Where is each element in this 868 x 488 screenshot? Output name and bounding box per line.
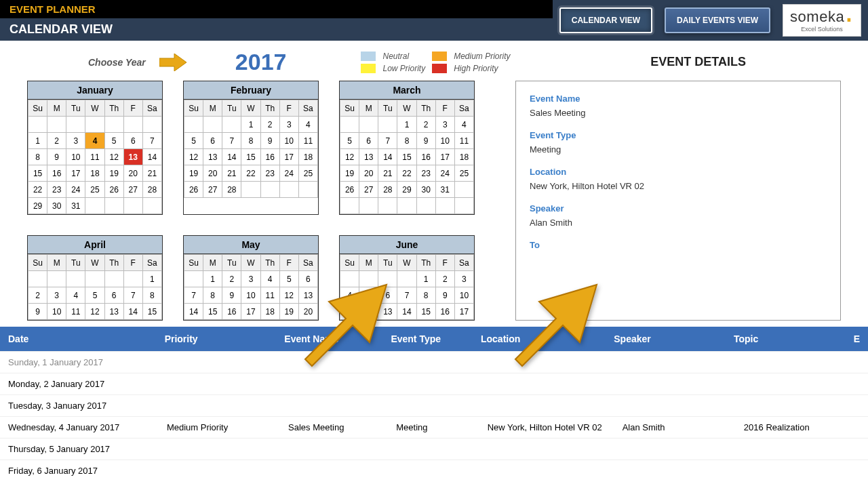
calendar-day[interactable]: 18 bbox=[298, 149, 317, 165]
calendar-day[interactable]: 14 bbox=[123, 304, 142, 320]
calendar-day[interactable]: 15 bbox=[28, 165, 47, 182]
calendar-day[interactable]: 13 bbox=[104, 304, 123, 320]
calendar-day[interactable]: 1 bbox=[203, 271, 222, 287]
calendar-day[interactable]: 12 bbox=[104, 149, 123, 165]
calendar-day[interactable]: 30 bbox=[416, 182, 435, 198]
calendar-day[interactable]: 24 bbox=[66, 182, 85, 198]
calendar-day[interactable]: 21 bbox=[378, 165, 397, 182]
calendar-day[interactable]: 11 bbox=[66, 304, 85, 320]
calendar-day[interactable]: 15 bbox=[203, 304, 222, 320]
calendar-day[interactable]: 7 bbox=[142, 133, 161, 149]
calendar-day[interactable]: 2 bbox=[260, 117, 279, 133]
calendar-day[interactable]: 16 bbox=[260, 149, 279, 165]
calendar-day[interactable]: 22 bbox=[397, 165, 416, 182]
calendar-day[interactable]: 4 bbox=[85, 133, 104, 149]
calendar-day[interactable]: 13 bbox=[203, 149, 222, 165]
calendar-day[interactable]: 2 bbox=[47, 133, 66, 149]
calendar-day[interactable]: 20 bbox=[359, 165, 378, 182]
table-row[interactable]: Thursday, 5 January 2017 bbox=[0, 438, 868, 460]
calendar-day[interactable]: 11 bbox=[454, 133, 473, 149]
calendar-day[interactable]: 18 bbox=[260, 304, 279, 320]
calendar-day[interactable]: 22 bbox=[241, 165, 260, 182]
calendar-day[interactable]: 10 bbox=[47, 304, 66, 320]
calendar-february[interactable]: FebruarySuMTuWThFSa123456789101112131415… bbox=[183, 81, 319, 215]
calendar-day[interactable]: 25 bbox=[298, 165, 317, 182]
calendar-day[interactable]: 9 bbox=[260, 133, 279, 149]
calendar-day[interactable]: 1 bbox=[28, 133, 47, 149]
calendar-day[interactable]: 6 bbox=[359, 133, 378, 149]
calendar-day[interactable]: 30 bbox=[47, 198, 66, 214]
calendar-april[interactable]: AprilSuMTuWThFSa123456789101112131415 bbox=[27, 235, 163, 321]
calendar-day[interactable]: 26 bbox=[184, 182, 203, 198]
calendar-day[interactable]: 23 bbox=[47, 182, 66, 198]
calendar-day[interactable]: 2 bbox=[416, 117, 435, 133]
calendar-day[interactable]: 8 bbox=[142, 287, 161, 304]
calendar-day[interactable]: 2 bbox=[222, 271, 241, 287]
calendar-day[interactable]: 17 bbox=[454, 304, 473, 320]
calendar-day[interactable]: 7 bbox=[397, 287, 416, 304]
calendar-day[interactable]: 11 bbox=[85, 149, 104, 165]
calendar-day[interactable]: 22 bbox=[28, 182, 47, 198]
calendar-day[interactable]: 3 bbox=[241, 271, 260, 287]
calendar-march[interactable]: MarchSuMTuWThFSa123456789101112131415161… bbox=[339, 81, 475, 215]
calendar-day[interactable]: 26 bbox=[340, 182, 359, 198]
calendar-day[interactable]: 24 bbox=[435, 165, 454, 182]
table-row[interactable]: Sunday, 1 January 2017 bbox=[0, 351, 868, 373]
calendar-day[interactable]: 6 bbox=[123, 133, 142, 149]
calendar-day[interactable]: 9 bbox=[47, 149, 66, 165]
calendar-day[interactable]: 7 bbox=[222, 133, 241, 149]
calendar-day[interactable]: 20 bbox=[123, 165, 142, 182]
calendar-day[interactable]: 2 bbox=[435, 271, 454, 287]
calendar-day[interactable]: 3 bbox=[66, 133, 85, 149]
calendar-day[interactable]: 12 bbox=[85, 304, 104, 320]
calendar-day[interactable]: 27 bbox=[359, 182, 378, 198]
calendar-day[interactable]: 28 bbox=[222, 182, 241, 198]
calendar-day[interactable]: 8 bbox=[28, 149, 47, 165]
calendar-day[interactable]: 31 bbox=[435, 182, 454, 198]
calendar-day[interactable]: 10 bbox=[279, 133, 298, 149]
calendar-view-button[interactable]: CALENDAR VIEW bbox=[559, 7, 652, 33]
calendar-day[interactable]: 23 bbox=[416, 165, 435, 182]
calendar-day[interactable]: 1 bbox=[397, 117, 416, 133]
calendar-day[interactable]: 11 bbox=[260, 287, 279, 304]
calendar-day[interactable]: 28 bbox=[142, 182, 161, 198]
daily-events-view-button[interactable]: DAILY EVENTS VIEW bbox=[665, 7, 770, 33]
calendar-day[interactable]: 9 bbox=[435, 287, 454, 304]
calendar-day[interactable]: 29 bbox=[28, 198, 47, 214]
calendar-day[interactable]: 15 bbox=[142, 304, 161, 320]
calendar-day[interactable]: 10 bbox=[241, 287, 260, 304]
calendar-day[interactable]: 29 bbox=[397, 182, 416, 198]
calendar-day[interactable]: 8 bbox=[397, 133, 416, 149]
calendar-day[interactable]: 14 bbox=[378, 149, 397, 165]
calendar-day[interactable]: 21 bbox=[142, 165, 161, 182]
calendar-day[interactable]: 4 bbox=[260, 271, 279, 287]
calendar-day[interactable]: 14 bbox=[184, 304, 203, 320]
calendar-day[interactable]: 23 bbox=[260, 165, 279, 182]
table-row[interactable]: Monday, 2 January 2017 bbox=[0, 373, 868, 394]
calendar-day[interactable]: 31 bbox=[66, 198, 85, 214]
calendar-day[interactable]: 6 bbox=[104, 287, 123, 304]
year-selector[interactable]: 2017 bbox=[235, 49, 287, 75]
calendar-day[interactable]: 26 bbox=[104, 182, 123, 198]
calendar-day[interactable]: 25 bbox=[454, 165, 473, 182]
calendar-day[interactable]: 10 bbox=[435, 133, 454, 149]
calendar-day[interactable]: 15 bbox=[241, 149, 260, 165]
calendar-day[interactable]: 10 bbox=[454, 287, 473, 304]
calendar-day[interactable]: 27 bbox=[123, 182, 142, 198]
calendar-january[interactable]: JanuarySuMTuWThFSa1234567891011121314151… bbox=[27, 81, 163, 215]
calendar-day[interactable]: 19 bbox=[340, 165, 359, 182]
table-row[interactable]: Friday, 6 January 2017 bbox=[0, 460, 868, 481]
calendar-day[interactable]: 13 bbox=[359, 149, 378, 165]
calendar-day[interactable]: 6 bbox=[203, 133, 222, 149]
calendar-day[interactable]: 5 bbox=[85, 287, 104, 304]
calendar-day[interactable]: 8 bbox=[416, 287, 435, 304]
calendar-day[interactable]: 16 bbox=[416, 149, 435, 165]
calendar-day[interactable]: 19 bbox=[184, 165, 203, 182]
calendar-day[interactable]: 16 bbox=[47, 165, 66, 182]
calendar-day[interactable]: 2 bbox=[28, 287, 47, 304]
calendar-day[interactable]: 8 bbox=[241, 133, 260, 149]
calendar-day[interactable]: 7 bbox=[123, 287, 142, 304]
calendar-day[interactable]: 1 bbox=[142, 271, 161, 287]
calendar-day[interactable]: 5 bbox=[104, 133, 123, 149]
calendar-day[interactable]: 16 bbox=[435, 304, 454, 320]
